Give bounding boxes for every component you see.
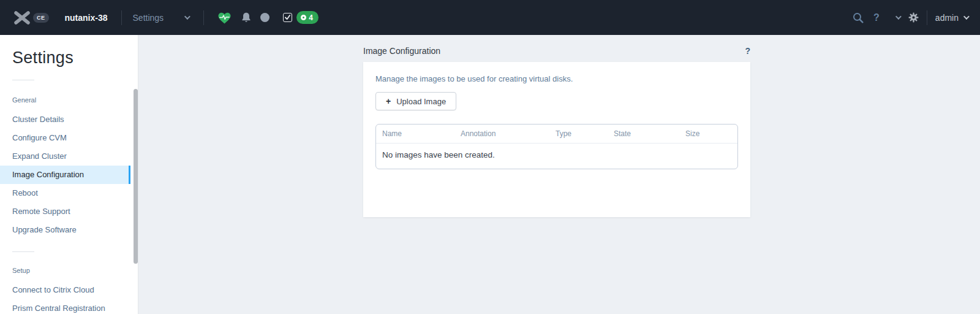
chevron-down-icon[interactable]	[895, 13, 902, 20]
tasks-count: 4	[309, 13, 313, 22]
alerts-bell-icon[interactable]	[241, 12, 252, 23]
search-icon[interactable]	[853, 12, 864, 23]
image-configuration-panel: Manage the images to be used for creatin…	[363, 62, 750, 217]
panel-description: Manage the images to be used for creatin…	[375, 74, 738, 83]
ring-icon	[301, 15, 306, 20]
sidebar-nav-setup: Connect to Citrix Cloud Prism Central Re…	[0, 281, 130, 314]
sidebar-item-expand-cluster[interactable]: Expand Cluster	[0, 147, 130, 166]
divider	[12, 80, 34, 80]
tasks-checkbox-icon[interactable]	[283, 13, 292, 22]
images-table: Name Annotation Type State Size No image…	[375, 124, 738, 169]
sidebar-item-remote-support[interactable]: Remote Support	[0, 202, 130, 221]
tasks-badge[interactable]: 4	[296, 11, 318, 24]
column-header-annotation[interactable]: Annotation	[461, 129, 556, 138]
sidebar-item-upgrade-software[interactable]: Upgrade Software	[0, 221, 130, 239]
health-icon[interactable]	[217, 12, 232, 24]
chevron-down-icon	[963, 13, 970, 20]
sidebar-title: Settings	[12, 48, 138, 67]
sidebar-item-configure-cvm[interactable]: Configure CVM	[0, 129, 130, 147]
column-header-type[interactable]: Type	[556, 129, 614, 138]
upload-image-button[interactable]: + Upload Image	[375, 92, 456, 110]
sidebar-section-setup: Setup	[12, 267, 138, 274]
plus-icon: +	[386, 96, 391, 106]
sidebar-item-connect-citrix-cloud[interactable]: Connect to Citrix Cloud	[0, 281, 130, 299]
gear-icon[interactable]	[908, 12, 919, 23]
page-help-icon[interactable]: ?	[745, 46, 750, 56]
divider	[203, 10, 204, 25]
divider	[12, 251, 34, 252]
user-menu[interactable]: admin	[935, 13, 968, 23]
sidebar-item-image-configuration[interactable]: Image Configuration	[0, 166, 130, 184]
chevron-down-icon	[184, 13, 190, 20]
divider	[927, 10, 927, 25]
page-title: Image Configuration	[363, 46, 440, 56]
top-bar: CE nutanix-38 Settings	[0, 0, 980, 35]
user-label: admin	[935, 13, 959, 23]
x-logo-icon	[12, 10, 32, 25]
main-content: Image Configuration ? Manage the images …	[363, 35, 750, 217]
column-header-size[interactable]: Size	[685, 129, 731, 138]
notification-circle-icon[interactable]	[260, 13, 270, 22]
empty-state-message: No images have been created.	[376, 144, 737, 169]
column-header-name[interactable]: Name	[382, 129, 461, 138]
nutanix-logo[interactable]: CE	[12, 10, 49, 25]
sidebar-item-prism-central-registration[interactable]: Prism Central Registration	[0, 299, 130, 314]
sidebar-scrollbar[interactable]	[134, 89, 138, 264]
images-table-header: Name Annotation Type State Size	[376, 124, 737, 144]
sidebar-item-reboot[interactable]: Reboot	[0, 184, 130, 202]
sidebar-item-cluster-details[interactable]: Cluster Details	[0, 110, 130, 129]
nav-dropdown-settings[interactable]: Settings	[133, 13, 189, 23]
ce-badge: CE	[33, 13, 49, 23]
sidebar-nav-general: Cluster Details Configure CVM Expand Clu…	[0, 110, 130, 239]
divider	[121, 10, 122, 25]
cluster-name[interactable]: nutanix-38	[65, 13, 108, 23]
settings-sidebar: Settings General Cluster Details Configu…	[0, 35, 138, 314]
nav-dropdown-label: Settings	[133, 13, 164, 23]
upload-image-label: Upload Image	[396, 97, 446, 106]
column-header-state[interactable]: State	[614, 129, 685, 138]
help-icon[interactable]: ?	[873, 12, 880, 23]
sidebar-section-general: General	[12, 96, 138, 104]
